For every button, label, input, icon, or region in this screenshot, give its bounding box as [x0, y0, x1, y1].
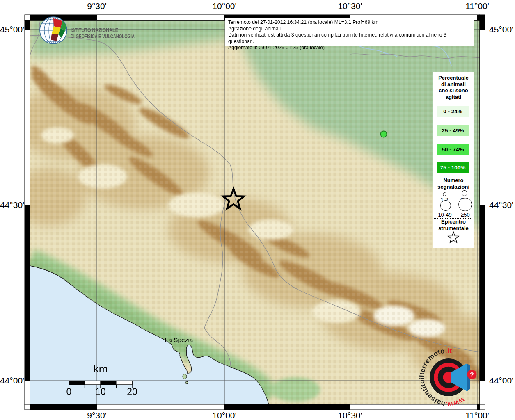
- legend-title: Percentuale di animali che si sono agita…: [433, 75, 474, 100]
- scale-tick-0: 0: [59, 386, 79, 397]
- signal-size-50-label: ≥50: [456, 212, 474, 218]
- legend-class-50-74: 50 - 74%: [437, 144, 469, 155]
- info-line-updated: Aggiornato il: 09-01-2026 01:25 (ora loc…: [228, 45, 471, 51]
- observation-point: [381, 131, 387, 137]
- legend-class-label: 0 - 24%: [443, 108, 462, 114]
- legend-class-label: 25 - 49%: [442, 128, 464, 134]
- legend-class-label: 75 - 100%: [440, 164, 466, 171]
- signal-size-50-icon: [458, 198, 472, 211]
- info-line-event: Terremoto del 27-01-2012 16:34:21 (ora l…: [228, 19, 471, 26]
- scale-bar-unit: km: [88, 363, 113, 375]
- city-label-la-spezia: La Spezia: [155, 336, 203, 344]
- question-badge-glyph: ?: [470, 372, 474, 379]
- signal-size-3-9-icon: [462, 190, 467, 196]
- signal-size-10-49-label: 10-49: [435, 212, 455, 218]
- scale-tick-10: 10: [90, 386, 111, 397]
- map-legend: Percentuale di animali che si sono agita…: [433, 72, 474, 248]
- legend-class-label: 50 - 74%: [442, 146, 464, 153]
- legend-class-25-49: 25 - 49%: [437, 125, 469, 136]
- earthquake-info-box: Terremoto del 27-01-2012 16:34:21 (ora l…: [225, 18, 474, 46]
- legend-signals-title: Numero segnalazioni: [433, 177, 474, 190]
- ingv-wordmark-line1: ISTITUTO NAZIONALE: [71, 27, 118, 33]
- ingv-felt-earthquake-map: ISTITUTO NAZIONALE DI GEOFISICA E VULCAN…: [0, 0, 515, 420]
- legend-epicenter-title: Epicentro strumentale: [433, 219, 474, 231]
- legend-class-75-100: 75 - 100%: [437, 162, 469, 173]
- legend-class-0-24: 0 - 24%: [437, 106, 469, 117]
- scale-tick-20: 20: [122, 386, 142, 397]
- ingv-wordmark-line2: DI GEOFISICA E VULCANOLOGIA: [71, 34, 135, 39]
- info-line-subject: Agitazione degli animali: [228, 26, 471, 32]
- info-line-source: Dati non verificati estratti da 3 questi…: [228, 32, 471, 45]
- signal-size-1-2-icon: [443, 192, 446, 196]
- signal-size-10-49-icon: [440, 200, 451, 211]
- legend-epicenter-star-icon: [447, 231, 460, 244]
- legend-separator: [434, 176, 472, 176]
